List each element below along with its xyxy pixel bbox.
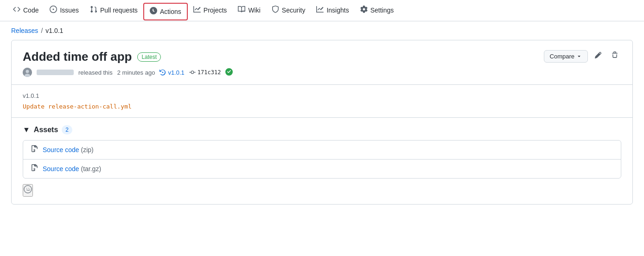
nav-bar: Code Issues Pull requests Actions Projec… <box>0 0 644 21</box>
nav-item-settings[interactable]: Settings <box>355 0 400 21</box>
release-card: Added time off app Latest released t <box>11 40 633 205</box>
release-body: v1.0.1 Update release-action-call.yml <box>12 85 632 118</box>
projects-icon <box>193 6 201 14</box>
zip-file-icon <box>31 145 38 154</box>
svg-point-1 <box>26 70 29 73</box>
release-action-text: released this <box>78 69 113 76</box>
release-actions: Compare <box>544 50 621 63</box>
nav-item-code[interactable]: Code <box>7 0 44 21</box>
nav-item-issues-label: Issues <box>60 6 78 14</box>
main-content: Added time off app Latest released t <box>0 40 644 216</box>
breadcrumb-separator: / <box>41 27 43 34</box>
pull-requests-icon <box>90 6 97 14</box>
nav-item-actions-label: Actions <box>160 8 181 15</box>
nav-item-issues[interactable]: Issues <box>44 0 84 21</box>
release-meta: released this 2 minutes ago v1.0.1 171c3… <box>23 68 233 77</box>
source-code-zip-format: (zip) <box>81 146 94 154</box>
release-time: 2 minutes ago <box>117 69 155 76</box>
release-title-row: Added time off app Latest <box>23 50 233 64</box>
latest-badge: Latest <box>137 52 161 62</box>
nav-item-settings-label: Settings <box>370 6 394 14</box>
release-update-text: Update release-action-call.yml <box>23 103 621 110</box>
release-commit[interactable]: 171c312 <box>189 69 221 76</box>
release-header: Added time off app Latest released t <box>12 40 632 85</box>
source-code-targz-link[interactable]: Source code (tar.gz) <box>43 165 101 173</box>
emoji-button[interactable] <box>23 184 33 197</box>
nav-item-wiki-label: Wiki <box>248 6 260 14</box>
compare-button[interactable]: Compare <box>544 50 588 63</box>
compare-label: Compare <box>550 53 574 60</box>
username-blurred <box>37 70 74 75</box>
nav-item-code-label: Code <box>23 6 38 14</box>
assets-triangle-icon: ▼ <box>23 126 30 134</box>
breadcrumb-parent-link[interactable]: Releases <box>11 27 38 34</box>
nav-item-actions[interactable]: Actions <box>143 3 188 20</box>
nav-item-pull-requests-label: Pull requests <box>100 6 138 14</box>
assets-header[interactable]: ▼ Assets 2 <box>23 125 621 134</box>
release-tag-label: v1.0.1 <box>168 69 184 76</box>
source-code-zip-link[interactable]: Source code (zip) <box>43 146 94 154</box>
asset-item: Source code (zip) <box>23 141 621 160</box>
nav-item-insights[interactable]: Insights <box>311 0 354 21</box>
code-icon <box>13 6 20 14</box>
issues-icon <box>50 6 57 14</box>
nav-item-security[interactable]: Security <box>266 0 311 21</box>
asset-item: Source code (tar.gz) <box>23 160 621 178</box>
source-code-zip-label: Source code <box>43 146 79 154</box>
edit-button[interactable] <box>592 50 605 63</box>
check-icon <box>225 68 233 77</box>
release-version-text: v1.0.1 <box>23 92 621 99</box>
nav-item-security-label: Security <box>282 6 306 14</box>
wiki-icon <box>238 6 245 14</box>
emoji-reaction-area <box>23 184 621 197</box>
nav-item-wiki[interactable]: Wiki <box>232 0 266 21</box>
settings-icon <box>360 6 368 14</box>
release-title-section: Added time off app Latest released t <box>23 50 233 77</box>
nav-item-insights-label: Insights <box>326 6 349 14</box>
assets-label: Assets <box>34 126 58 134</box>
targz-file-icon <box>31 164 38 173</box>
assets-list: Source code (zip) Source code (tar.gz) <box>23 140 621 179</box>
breadcrumb: Releases / v1.0.1 <box>0 21 644 40</box>
avatar <box>23 68 32 77</box>
release-title: Added time off app <box>23 50 132 64</box>
source-code-targz-format: (tar.gz) <box>81 165 102 173</box>
commit-hash: 171c312 <box>198 69 221 76</box>
nav-item-projects-label: Projects <box>204 6 227 14</box>
assets-section: ▼ Assets 2 Source code (zip) <box>12 118 632 204</box>
delete-button[interactable] <box>608 50 621 63</box>
breadcrumb-current: v1.0.1 <box>45 27 63 34</box>
insights-icon <box>316 6 324 14</box>
actions-icon <box>150 7 157 16</box>
security-icon <box>272 6 279 14</box>
nav-item-projects[interactable]: Projects <box>188 0 233 21</box>
source-code-targz-label: Source code <box>43 165 79 173</box>
assets-count: 2 <box>62 125 72 134</box>
release-tag[interactable]: v1.0.1 <box>159 69 184 76</box>
nav-item-pull-requests[interactable]: Pull requests <box>84 0 143 21</box>
